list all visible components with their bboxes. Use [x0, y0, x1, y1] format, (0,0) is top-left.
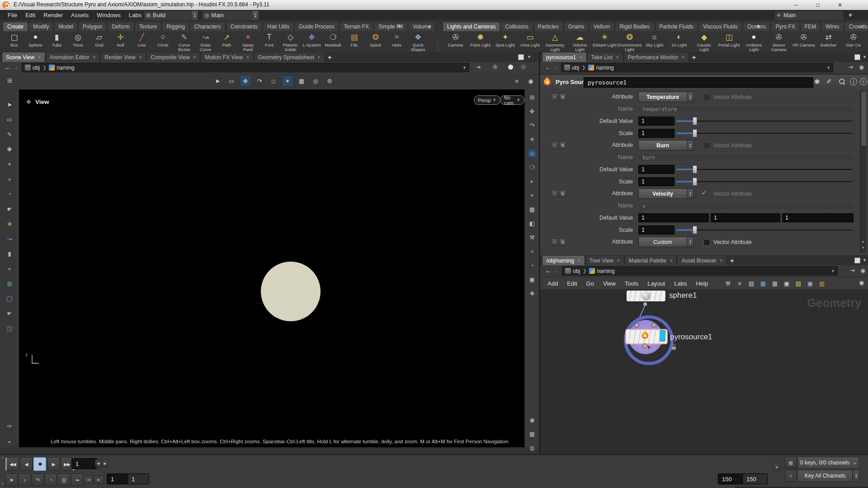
close-tab-icon[interactable]: ✕: [720, 258, 723, 263]
select-mode-icon[interactable]: ➤: [212, 76, 222, 86]
shelf-tool[interactable]: ✇ Stereo Camera: [766, 32, 791, 52]
clapboard-icon[interactable]: ✇: [493, 64, 498, 70]
shelf-tab[interactable]: Characters: [190, 22, 226, 31]
tree-structure-icon[interactable]: ≡: [735, 279, 744, 288]
rotate-icon[interactable]: ↷: [255, 76, 264, 86]
brush-icon[interactable]: ✐: [826, 78, 832, 85]
path-dropdown-icon[interactable]: ▼: [462, 66, 467, 70]
slider-handle[interactable]: [693, 178, 697, 186]
back-icon[interactable]: ←: [5, 64, 11, 71]
node-pyrosource1[interactable]: [625, 329, 668, 344]
shelf-tool[interactable]: ≈ Helix: [386, 32, 407, 52]
column-tool-icon[interactable]: ▮: [5, 249, 14, 258]
pin-pane-icon[interactable]: ⇥: [476, 64, 481, 70]
realtime-toggle-icon[interactable]: ◔: [45, 474, 57, 486]
maximize-button[interactable]: □: [811, 1, 825, 9]
scale-slider[interactable]: [676, 129, 853, 137]
pane-tab[interactable]: Asset Browser ✕: [677, 255, 727, 265]
shelf-tool[interactable]: ● Ambient Light: [741, 32, 766, 52]
desktop-selector[interactable]: ⊞ Build: [143, 10, 198, 20]
motion-path-icon[interactable]: ↷: [32, 474, 44, 486]
box-select-icon[interactable]: ▭: [5, 115, 14, 123]
input-connector-dot[interactable]: [634, 323, 639, 328]
orbit-view-icon[interactable]: ↷: [528, 121, 537, 129]
shelf-tool[interactable]: ✇ Gan Ca: [841, 32, 866, 52]
attribute-dropdown[interactable]: Velocity: [638, 188, 694, 199]
translate-icon[interactable]: ✥: [241, 76, 250, 86]
name-field[interactable]: v: [638, 202, 854, 210]
curve-tool-icon[interactable]: ↝: [5, 235, 14, 243]
slider-handle[interactable]: [693, 117, 697, 125]
radial-menu-icon[interactable]: ◉: [859, 64, 864, 70]
shelf-tool[interactable]: ❖ Quick Shapes: [407, 32, 429, 52]
shelf-tool[interactable]: ✛ Null: [110, 32, 131, 52]
pin-pane-icon[interactable]: ⇥: [848, 64, 853, 70]
scale-slider[interactable]: [676, 225, 853, 234]
background-image-icon[interactable]: ▣: [806, 279, 815, 288]
prev-key-icon[interactable]: ◀: [95, 460, 102, 467]
close-tab-icon[interactable]: ✕: [139, 55, 142, 60]
name-field[interactable]: temperature: [638, 105, 854, 113]
snap-grid-icon[interactable]: ▦: [297, 76, 307, 86]
shelf-tab[interactable]: Particle Fluids: [655, 22, 698, 31]
path-field[interactable]: obj ❯ naming ▼: [561, 63, 833, 72]
shelf-tab[interactable]: Pyro FX: [771, 22, 799, 31]
key-all-spinner[interactable]: [853, 470, 860, 482]
set-key-pointer-icon[interactable]: ➤: [5, 474, 18, 486]
shelf-tool[interactable]: ✺ Point Light: [468, 32, 493, 52]
shelf-tool[interactable]: ▱ Grid: [89, 32, 110, 52]
close-tab-icon[interactable]: ✕: [38, 55, 41, 60]
name-field[interactable]: burn: [638, 153, 854, 162]
wireframe-toggle-icon[interactable]: ❍: [528, 163, 537, 171]
paint-tool-icon[interactable]: ✎: [5, 130, 14, 138]
snap-circle-icon[interactable]: ◎: [311, 76, 321, 86]
dropdown-spinner[interactable]: [687, 237, 693, 247]
layout-icon[interactable]: ▦: [528, 430, 537, 438]
shelf-overflow-icon[interactable]: ▼: [428, 24, 432, 29]
sphere-preview-icon[interactable]: ●: [5, 264, 14, 272]
close-tab-icon[interactable]: ✕: [93, 55, 96, 60]
network-editor-canvas[interactable]: Geometry sphere1 pyrosource1 ➤: [540, 289, 868, 454]
shelf-overflow-right-icon[interactable]: ▼: [860, 24, 864, 29]
smooth-shade-icon[interactable]: ≈: [528, 247, 537, 255]
clapboard-key-icon[interactable]: ▦: [785, 457, 797, 469]
pane-tab[interactable]: Take List ✕: [587, 52, 623, 62]
shelf-tool[interactable]: ☁ Volume Light: [567, 32, 592, 52]
input-connector-dot[interactable]: [651, 323, 656, 328]
timer-icon[interactable]: ◔: [5, 190, 14, 198]
shelf-tool[interactable]: △ Geometry Light: [542, 32, 567, 52]
highlight-toggle-icon[interactable]: ✦: [528, 191, 537, 199]
pane-maximize-icon[interactable]: [518, 54, 524, 60]
pane-menu-icon[interactable]: ▼: [527, 55, 531, 59]
attribute-dropdown[interactable]: Burn: [638, 140, 694, 150]
shelf-tab[interactable]: Hair Utils: [263, 22, 294, 31]
pane-tab[interactable]: Geometry Spreadsheet ✕: [254, 52, 325, 62]
shelf-tab[interactable]: Vellum: [589, 22, 614, 31]
menu-item[interactable]: Assets: [67, 10, 93, 20]
help-icon[interactable]: ?: [860, 78, 867, 85]
path-field[interactable]: obj ❯ naming ▼: [562, 266, 838, 276]
info-icon[interactable]: ◉: [528, 416, 537, 424]
pane-layout-grid-icon[interactable]: ⊞: [7, 77, 13, 84]
shelf-tool[interactable]: ❉ L-System: [301, 32, 322, 52]
node-flag-cyan[interactable]: [660, 330, 665, 342]
menu-item[interactable]: Render: [39, 10, 67, 20]
scroll-down-icon[interactable]: ▼: [861, 246, 865, 250]
close-tab-icon[interactable]: ✕: [670, 258, 673, 263]
split-down-icon[interactable]: ▼: [1, 482, 4, 485]
close-tab-icon[interactable]: ✕: [617, 258, 620, 263]
remove-attribute-button[interactable]: ✕: [551, 238, 558, 246]
range-end-field[interactable]: 150: [718, 474, 743, 484]
shelf-tool[interactable]: ☼ Sky Light: [642, 32, 667, 52]
slider-handle[interactable]: [693, 165, 697, 174]
stop-button[interactable]: ■: [33, 457, 46, 471]
handles-settings-icon[interactable]: ⚙: [325, 76, 335, 86]
scale-icon[interactable]: ◇: [269, 76, 278, 86]
current-frame-field[interactable]: 1: [71, 458, 97, 469]
scene-viewport[interactable]: ✥ View Persp▼ No cam▼ y Left mouse tumbl…: [19, 89, 524, 447]
key-options-icon[interactable]: ▼: [773, 464, 780, 471]
vector-attribute-checkbox[interactable]: [703, 94, 710, 101]
globe-tool-icon[interactable]: ◍: [5, 279, 14, 287]
display-options-icon[interactable]: ≡: [512, 76, 522, 86]
select-tool-icon[interactable]: ➤: [5, 100, 14, 108]
